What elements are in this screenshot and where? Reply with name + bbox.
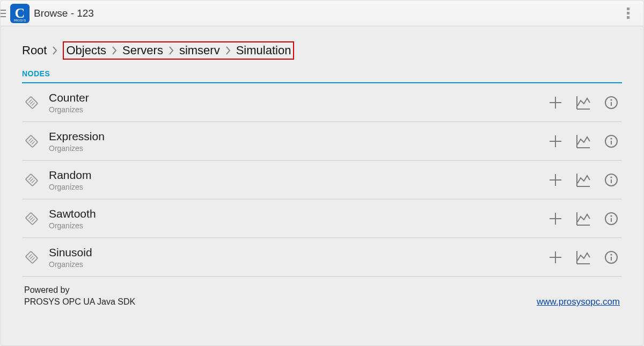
svg-line-9 [32,103,35,106]
list-item-text: Sinusoid Organizes [41,246,548,269]
svg-line-44 [30,256,33,259]
svg-point-13 [610,99,612,100]
list-item-subtitle: Organizes [49,221,548,230]
svg-line-43 [28,254,32,257]
tag-icon [22,250,41,264]
list-item[interactable]: Counter Organizes [22,83,622,122]
info-icon[interactable] [604,172,619,188]
chart-icon[interactable] [576,211,591,226]
tag-icon [22,96,41,110]
chart-icon[interactable] [576,134,591,149]
page-title: Browse - 123 [34,8,94,19]
svg-line-18 [32,141,35,145]
add-icon[interactable] [548,250,563,265]
info-icon[interactable] [604,134,619,149]
chevron-right-icon [112,46,117,55]
chevron-right-icon [52,46,57,55]
list-item-actions [548,95,622,110]
footer-line2: PROSYS OPC UA Java SDK [24,296,135,308]
list-item-actions [548,250,622,265]
chart-icon[interactable] [576,250,591,265]
list-item-text: Sawtooth Organizes [41,207,548,230]
svg-line-25 [28,177,32,180]
list-item-title: Sawtooth [49,207,548,220]
breadcrumb: Root Objects Servers simserv Simulation [22,26,622,69]
svg-line-7 [28,99,32,103]
list-item-title: Sinusoid [49,246,548,259]
chart-icon[interactable] [576,172,591,188]
svg-line-26 [30,178,33,182]
overflow-menu-icon[interactable] [618,1,639,26]
breadcrumb-highlight: Objects Servers simserv Simulation [63,41,294,60]
breadcrumb-objects[interactable]: Objects [66,44,106,57]
list-item[interactable]: Expression Organizes [22,122,622,161]
svg-rect-5 [627,16,630,19]
chevron-right-icon [225,46,231,55]
list-item-subtitle: Organizes [49,260,548,269]
breadcrumb-servers[interactable]: Servers [122,44,163,57]
tag-icon [22,212,41,226]
svg-point-31 [610,176,612,178]
list-item-subtitle: Organizes [49,105,548,114]
footer: Powered by PROSYS OPC UA Java SDK www.pr… [22,277,622,307]
app-header: CPROSYS Browse - 123 [1,1,643,26]
breadcrumb-simulation[interactable]: Simulation [236,44,291,57]
add-icon[interactable] [548,134,563,149]
svg-point-22 [610,138,612,139]
add-icon[interactable] [548,172,563,188]
list-item-title: Counter [49,91,548,104]
svg-point-49 [610,254,612,255]
list-item-text: Expression Organizes [41,130,548,153]
svg-line-36 [32,219,35,222]
svg-line-17 [30,140,33,143]
info-icon[interactable] [604,250,619,265]
menu-icon[interactable] [0,1,8,26]
list-item-text: Random Organizes [41,169,548,191]
list-item-title: Random [49,169,548,182]
info-icon[interactable] [604,95,619,110]
list-item-actions [548,172,622,188]
node-list: Counter Organizes Expression Organizes [22,83,622,277]
footer-link[interactable]: www.prosysopc.com [537,297,620,307]
svg-line-16 [28,138,32,141]
list-item-actions [548,134,622,149]
add-icon[interactable] [548,211,563,226]
breadcrumb-root[interactable]: Root [22,44,47,57]
svg-rect-3 [627,8,630,10]
svg-line-8 [30,101,33,104]
add-icon[interactable] [548,95,563,110]
svg-line-45 [32,257,35,261]
chart-icon[interactable] [576,95,591,110]
breadcrumb-simserv[interactable]: simserv [179,44,220,57]
list-item-title: Expression [49,130,548,143]
svg-line-34 [28,215,32,219]
footer-line1: Powered by [24,284,135,296]
list-item-text: Counter Organizes [41,91,548,114]
tag-icon [22,134,41,148]
list-item[interactable]: Sinusoid Organizes [22,238,622,277]
svg-rect-4 [627,12,630,15]
list-item-subtitle: Organizes [49,144,548,153]
list-item-actions [548,211,622,226]
list-item-subtitle: Organizes [49,183,548,191]
info-icon[interactable] [604,211,619,226]
section-label: NODES [22,69,622,82]
list-item[interactable]: Sawtooth Organizes [22,199,622,238]
app-logo: CPROSYS [10,4,30,23]
svg-line-35 [30,217,33,220]
chevron-right-icon [169,46,174,55]
svg-point-40 [610,215,612,217]
content-area: Root Objects Servers simserv Simulation … [1,26,643,307]
list-item[interactable]: Random Organizes [22,161,622,199]
svg-line-27 [32,180,35,183]
footer-credit: Powered by PROSYS OPC UA Java SDK [24,284,135,307]
tag-icon [22,173,41,187]
